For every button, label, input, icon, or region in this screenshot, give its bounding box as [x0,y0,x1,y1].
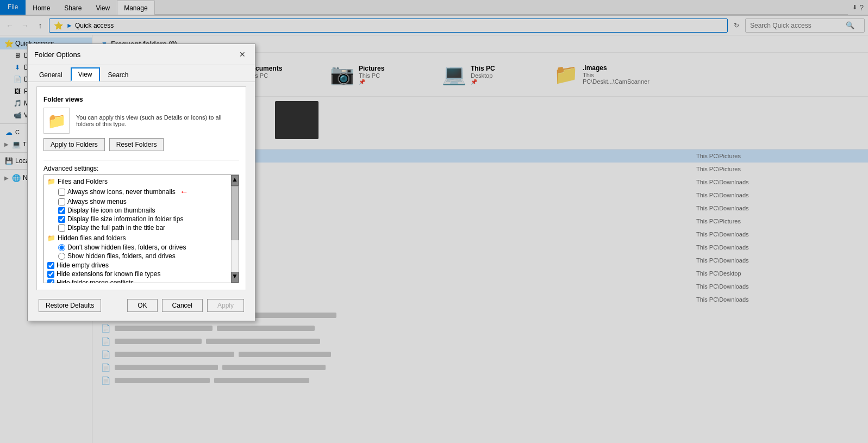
adv-check-file-icon-thumb: Display file icon on thumbnails [56,206,238,215]
cancel-button[interactable]: Cancel [162,299,203,312]
adv-hidden-children: Don't show hidden files, folders, or dri… [45,243,238,260]
folder-options-dialog: Folder Options ✕ General View Search Fol… [27,43,255,321]
dialog-tab-view[interactable]: View [71,67,100,82]
red-arrow-icon: ← [180,187,189,197]
adv-folder-icon-2: 📁 [47,234,55,242]
dialog-bottom-buttons: Restore Defaults OK Cancel Apply [32,295,251,316]
adv-check-file-size-info: Display file size information in folder … [56,215,238,223]
scrollbar-thumb[interactable] [231,186,239,240]
dialog-title-bar: Folder Options ✕ [28,44,255,65]
divider [43,160,239,160]
file-size-info-label: Display file size information in folder … [67,215,183,223]
dialog-tab-search[interactable]: Search [101,67,136,82]
adv-check-always-menus: Always show menus [56,197,238,206]
scrollbar-down-button[interactable]: ▼ [231,272,239,283]
dont-show-radio[interactable] [58,244,65,251]
apply-button[interactable]: Apply [207,299,244,312]
scrollbar-up-button[interactable]: ▲ [231,175,239,186]
always-icons-checkbox[interactable] [58,189,65,196]
adv-radio-dont-show: Don't show hidden files, folders, or dri… [56,243,238,252]
folder-views-buttons: Apply to Folders Reset Folders [43,138,239,151]
always-menus-checkbox[interactable] [58,198,65,205]
dialog-close-button[interactable]: ✕ [236,48,248,60]
dialog-content: Folder views 📁 You can apply this view (… [36,86,246,290]
hide-empty-label: Hide empty drives [57,261,109,269]
hide-ext-label: Hide extensions for known file types [57,270,160,278]
hide-merge-checkbox[interactable] [47,279,54,284]
file-icon-thumb-label: Display file icon on thumbnails [67,207,155,214]
adv-check-hide-merge: Hide folder merge conflicts [45,278,238,283]
adv-section-children: Always show icons, never thumbnails ← Al… [45,186,238,232]
folder-views-label: Folder views [43,96,239,103]
show-hidden-label: Show hidden files, folders, and drives [67,252,176,260]
always-menus-label: Always show menus [67,198,127,205]
adv-check-always-icons: Always show icons, never thumbnails ← [56,186,238,197]
adv-section-label: Files and Folders [58,178,108,185]
full-path-label: Display the full path in the title bar [67,224,165,232]
adv-folder-icon: 📁 [47,178,55,185]
adv-check-hide-ext: Hide extensions for known file types [45,270,238,278]
adv-check-full-path: Display the full path in the title bar [56,223,238,232]
restore-defaults-button[interactable]: Restore Defaults [39,299,101,312]
apply-to-folders-button[interactable]: Apply to Folders [43,138,105,151]
adv-section-hidden-files: 📁 Hidden files and folders Don't show hi… [45,233,238,261]
folder-views-desc: You can apply this view (such as Details… [76,114,239,127]
adv-extra-items: Hide empty drives Hide extensions for kn… [45,261,238,283]
advanced-settings-label: Advanced settings: [43,165,239,172]
folder-views-content: 📁 You can apply this view (such as Detai… [43,108,239,134]
dialog-overlay: Folder Options ✕ General View Search Fol… [0,0,868,443]
adv-check-hide-empty: Hide empty drives [45,261,238,270]
reset-folders-button[interactable]: Reset Folders [109,138,164,151]
always-icons-label: Always show icons, never thumbnails [67,188,176,196]
adv-tree-inner: 📁 Files and Folders Always show icons, n… [44,175,239,283]
adv-radio-show-hidden: Show hidden files, folders, and drives [56,252,238,260]
ok-button[interactable]: OK [127,299,157,312]
dialog-tab-general[interactable]: General [32,67,70,82]
full-path-checkbox[interactable] [58,224,65,232]
file-icon-thumb-checkbox[interactable] [58,207,65,214]
hide-empty-checkbox[interactable] [47,262,54,269]
dialog-body: Folder views 📁 You can apply this view (… [28,82,255,321]
file-size-info-checkbox[interactable] [58,216,65,223]
adv-hidden-header: 📁 Hidden files and folders [45,233,238,243]
scrollbar-track[interactable]: ▲ ▼ [231,175,239,283]
hide-ext-checkbox[interactable] [47,271,54,278]
folder-views-section: Folder views 📁 You can apply this view (… [43,93,239,158]
advanced-settings-section: Advanced settings: 📁 Files and Folders [43,165,239,283]
dialog-title-text: Folder Options [34,51,80,59]
folder-views-icon: 📁 [43,108,70,134]
dialog-tabs: General View Search [28,65,255,82]
adv-section-files-folders: 📁 Files and Folders Always show icons, n… [45,176,238,233]
advanced-settings-tree: 📁 Files and Folders Always show icons, n… [43,174,239,283]
adv-hidden-label: Hidden files and folders [58,234,126,242]
dont-show-label: Don't show hidden files, folders, or dri… [67,244,186,251]
show-hidden-radio[interactable] [58,253,65,260]
hide-merge-label: Hide folder merge conflicts [57,279,134,283]
adv-section-header: 📁 Files and Folders [45,177,238,186]
